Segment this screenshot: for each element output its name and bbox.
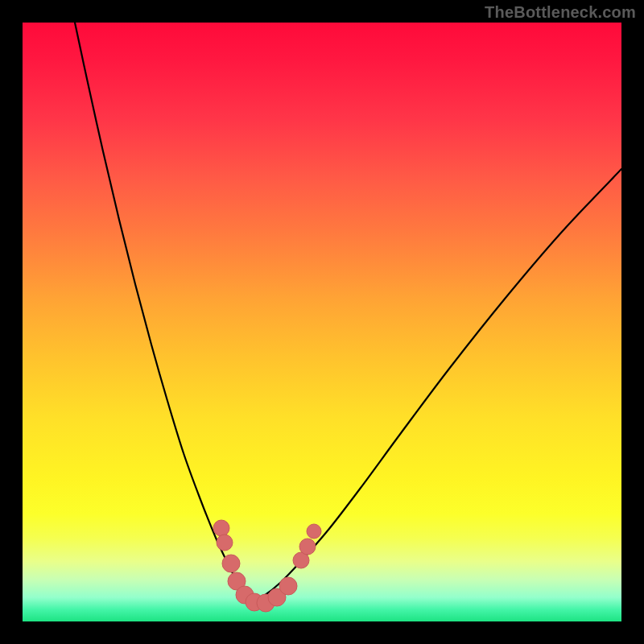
trough-marker <box>307 524 321 539</box>
trough-markers <box>213 520 321 612</box>
trough-marker <box>279 577 297 595</box>
chart-frame: TheBottleneck.com <box>0 0 644 644</box>
plot-area <box>23 23 621 621</box>
trough-marker <box>222 555 240 572</box>
trough-marker <box>213 520 229 536</box>
bottleneck-curve-left <box>75 23 252 602</box>
watermark-text: TheBottleneck.com <box>485 3 636 22</box>
trough-marker <box>217 535 233 551</box>
trough-marker <box>299 539 316 555</box>
curve-layer <box>23 23 621 621</box>
bottleneck-curve-right <box>252 169 621 602</box>
